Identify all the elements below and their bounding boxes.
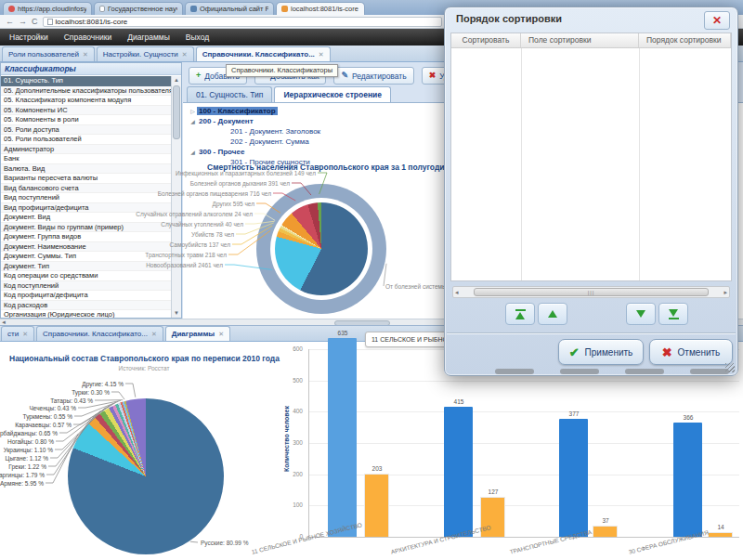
x-axis-category-label: АРХИТЕКТУРА И СТРОИТЕЛЬСТВО bbox=[390, 524, 491, 555]
column-header-field: Поле сортировки bbox=[521, 33, 639, 47]
menu-item[interactable]: Диаграммы bbox=[127, 33, 170, 42]
panel-tab[interactable]: 01. Сущность. Тип bbox=[187, 86, 272, 102]
resize-grip-icon[interactable] bbox=[725, 363, 735, 372]
sidebar-item[interactable]: 05. Роли доступа bbox=[1, 125, 171, 136]
tab-item[interactable]: Настройки. Сущности✕ bbox=[97, 46, 194, 61]
sidebar-header: Классификаторы bbox=[1, 63, 181, 75]
browser-tab[interactable]: localhost:8081/is-core bbox=[276, 2, 365, 15]
back-icon[interactable]: ← bbox=[6, 18, 14, 26]
bar-series-blue[interactable] bbox=[444, 407, 473, 537]
sidebar-item[interactable]: Администратор bbox=[1, 145, 171, 155]
sidebar-item[interactable]: Код профицита/дефицита bbox=[1, 291, 171, 301]
move-to-top-button[interactable] bbox=[505, 303, 535, 325]
scroll-left-icon[interactable]: ◂ bbox=[455, 287, 459, 297]
bar-chart-tooltip: 11 СЕЛЬСКОЕ И РЫБНО bbox=[365, 332, 449, 347]
menu-item[interactable]: Выход bbox=[186, 33, 209, 42]
move-to-bottom-button[interactable] bbox=[658, 303, 688, 325]
sidebar-item[interactable]: Вид поступлений bbox=[1, 193, 171, 203]
pie-slice-label: Случайных утоплений 40 чел bbox=[161, 221, 243, 228]
forward-icon[interactable]: → bbox=[19, 18, 27, 26]
menu-item[interactable]: Настройки bbox=[9, 33, 48, 42]
arrow-down-icon bbox=[636, 310, 645, 318]
scroll-right-icon[interactable]: ▸ bbox=[723, 287, 727, 297]
bar-value-label: 366 bbox=[668, 414, 709, 421]
browser-tab[interactable]: Официальный сайт Росс... bbox=[185, 2, 274, 15]
sort-table: Сортировать Поле сортировки Порядок сорт… bbox=[450, 33, 732, 281]
tab-close-icon[interactable]: ✕ bbox=[182, 51, 188, 59]
sidebar-item[interactable]: Код поступлений bbox=[1, 281, 171, 292]
sidebar-item[interactable]: 05. Классификатор компонента модуля bbox=[1, 96, 171, 106]
scroll-up-icon[interactable]: ▲ bbox=[172, 76, 181, 85]
tab-active[interactable]: Справочники. Классификато...✕ bbox=[196, 46, 331, 61]
dialog-separator bbox=[447, 332, 736, 334]
scrollbar-thumb[interactable]: ||| bbox=[474, 288, 709, 296]
move-down-button[interactable] bbox=[626, 303, 656, 325]
collapsed-expander-icon[interactable]: ▷ bbox=[189, 108, 197, 114]
delete-icon: ✖ bbox=[429, 72, 437, 80]
browser-tab[interactable]: Государственное научн... bbox=[94, 2, 183, 15]
sidebar-item[interactable]: Варианты пересчета валюты bbox=[1, 174, 171, 184]
dialog-horizontal-scrollbar[interactable]: ◂ ▸ ||| bbox=[452, 286, 730, 298]
screen: https://app.cloudinfosys...Государственн… bbox=[0, 0, 743, 560]
bar-series-orange[interactable] bbox=[708, 532, 733, 537]
sidebar-item[interactable]: Вид балансового счета bbox=[1, 184, 171, 194]
bar-series-blue[interactable] bbox=[673, 423, 702, 537]
expanded-expander-icon[interactable]: ◢ bbox=[189, 118, 197, 124]
browser-tab[interactable]: https://app.cloudinfosys... bbox=[3, 2, 92, 15]
sidebar-item[interactable]: 05. Роли пользователей bbox=[1, 135, 171, 145]
tab-close-icon[interactable]: ✕ bbox=[83, 51, 88, 59]
sidebar-item[interactable]: Банк bbox=[1, 154, 171, 164]
sidebar-item[interactable]: 05. Дополнительные классификаторы пользо… bbox=[1, 86, 171, 97]
sidebar-vertical-scrollbar[interactable]: ▲ ▼ bbox=[171, 76, 181, 318]
x-axis-category-label: 30 СФЕРА ОБСЛУЖИВАНИЯ bbox=[628, 529, 709, 555]
tab-close-icon[interactable]: ✕ bbox=[319, 51, 324, 59]
toolbar-tooltip: Справочники. Классификаторы bbox=[226, 64, 338, 77]
move-up-button[interactable] bbox=[538, 303, 567, 325]
tab-item[interactable]: Роли пользователей✕ bbox=[2, 46, 95, 61]
bar-series-orange[interactable] bbox=[593, 526, 618, 537]
document-favicon bbox=[99, 6, 105, 12]
url-input[interactable]: localhost:8081/is-core bbox=[43, 17, 442, 27]
sidebar-item[interactable]: Код расходов bbox=[1, 301, 171, 311]
arrow-top-icon bbox=[515, 312, 525, 319]
reload-icon[interactable]: C bbox=[32, 18, 38, 26]
close-icon[interactable]: ✕ bbox=[704, 11, 730, 30]
sidebar-item[interactable]: Документ. Группа видов bbox=[1, 232, 171, 242]
sort-order-dialog: Порядок сортировки ✕ Сортировать Поле со… bbox=[444, 7, 738, 376]
pie-slice-label: Болезней органов пищеварения 716 чел bbox=[158, 190, 271, 197]
cancel-button[interactable]: ✖ Отменить bbox=[649, 339, 733, 365]
toolbar: +Добавить+Добавить как✎Редактировать✖Уда… bbox=[189, 67, 477, 85]
bar-series-blue[interactable] bbox=[559, 419, 588, 537]
y-axis-tick-label: 600 bbox=[279, 345, 303, 352]
sidebar-item[interactable]: Документ. Виды по группам (пример) bbox=[1, 223, 171, 233]
browser-tab-title: Государственное научн... bbox=[108, 5, 177, 13]
cancel-button-label: Отменить bbox=[678, 347, 721, 358]
panel-tab[interactable]: Иерархическое строение bbox=[274, 86, 391, 102]
menu-item[interactable]: Справочники bbox=[64, 33, 112, 42]
bar-value-label: 127 bbox=[473, 488, 514, 495]
edit-icon: ✎ bbox=[341, 72, 348, 80]
dialog-title: Порядок сортировки bbox=[456, 13, 562, 24]
x-axis-category-label: ТРАНСПОРТНЫЕ СРЕДСТВА bbox=[509, 528, 593, 555]
arrow-up-icon bbox=[548, 310, 557, 318]
mortality-pie-chart[interactable] bbox=[275, 202, 368, 295]
apply-button[interactable]: ✔ Применить bbox=[558, 339, 644, 365]
expanded-expander-icon[interactable]: ◢ bbox=[189, 149, 197, 155]
edit-button[interactable]: ✎Редактировать bbox=[333, 67, 413, 85]
sidebar-item[interactable]: Документ. Наименование bbox=[1, 242, 171, 253]
sidebar-item[interactable]: Организация (Юридическое лицо) bbox=[1, 310, 171, 318]
scroll-down-icon[interactable]: ▼ bbox=[172, 309, 181, 318]
gridline bbox=[308, 381, 739, 382]
sidebar-item[interactable]: Код операции со средствами bbox=[1, 271, 171, 281]
sidebar-item[interactable]: 05. Компоненты в роли bbox=[1, 115, 171, 125]
sidebar-item[interactable]: 01. Сущность. Тип bbox=[1, 76, 171, 86]
bar-value-label: 377 bbox=[554, 410, 594, 417]
bar-series-orange[interactable] bbox=[364, 474, 389, 537]
scrollbar-thumb[interactable] bbox=[173, 85, 180, 139]
column-divider bbox=[639, 48, 640, 280]
check-icon: ✔ bbox=[569, 346, 580, 358]
bar-series-blue[interactable] bbox=[328, 338, 357, 537]
pie-slice-label: Случайных отравлений алкоголем 24 чел bbox=[136, 211, 253, 217]
sidebar-item[interactable]: 05. Компоненты ИС bbox=[1, 106, 171, 116]
sidebar-item[interactable]: Валюта. Вид bbox=[1, 164, 171, 175]
